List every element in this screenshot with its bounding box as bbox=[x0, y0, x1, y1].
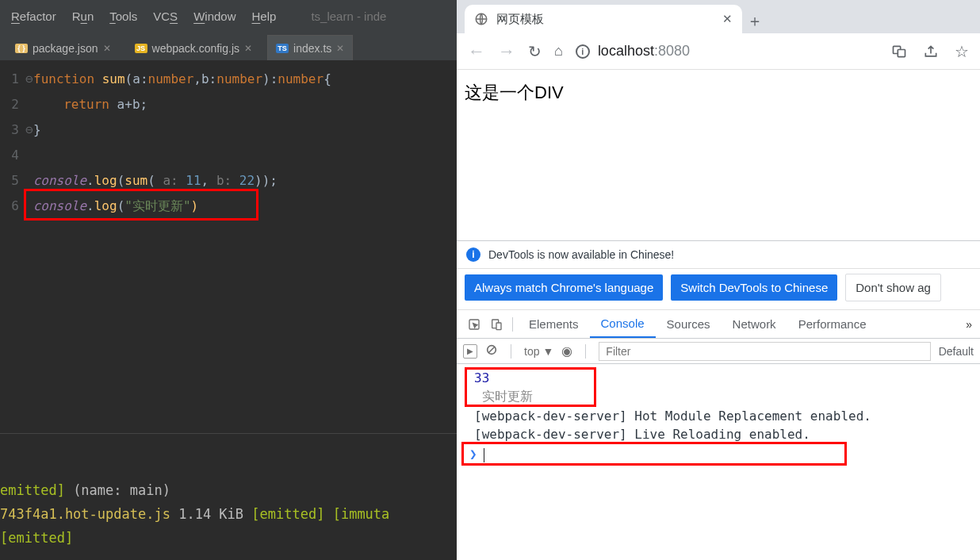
tab-label: webpack.config.js bbox=[152, 42, 240, 55]
browser-toolbar: ← → ↻ ⌂ i localhost:8080 ☆ bbox=[457, 33, 980, 70]
code-editor[interactable]: 123456 ⊖function sum(a:number,b:number):… bbox=[0, 60, 457, 433]
tabstrip: 网页模板 ✕ ＋ bbox=[457, 0, 980, 33]
menu-window[interactable]: Window bbox=[193, 10, 235, 23]
tab-title: 网页模板 bbox=[496, 12, 714, 27]
close-icon[interactable]: ✕ bbox=[336, 43, 344, 54]
menu-refactor[interactable]: Refactor bbox=[11, 10, 56, 23]
svg-rect-5 bbox=[496, 323, 501, 330]
browser-tab[interactable]: 网页模板 ✕ bbox=[465, 5, 742, 33]
console-row: 33 bbox=[466, 369, 975, 387]
code-body[interactable]: ⊖function sum(a:number,b:number):number{… bbox=[25, 60, 457, 433]
share-icon[interactable] bbox=[923, 44, 939, 59]
bookmark-star-icon[interactable]: ☆ bbox=[955, 42, 969, 61]
svg-rect-2 bbox=[898, 49, 905, 56]
url-text: localhost:8080 bbox=[598, 43, 690, 59]
back-button[interactable]: ← bbox=[468, 41, 485, 62]
menu-help[interactable]: Help bbox=[252, 10, 277, 23]
devtools-infobar-buttons: Always match Chrome's language Switch De… bbox=[457, 269, 980, 310]
console-row: [webpack-dev-server] Hot Module Replacem… bbox=[466, 407, 975, 425]
ide-terminal[interactable]: emitted] (name: main) 743f4a1.hot-update… bbox=[0, 433, 457, 560]
eye-icon[interactable]: ◉ bbox=[561, 343, 572, 359]
ide-menubar: Refactor Run Tools VCS Window Help ts_le… bbox=[0, 0, 457, 32]
reload-button[interactable]: ↻ bbox=[528, 42, 542, 61]
console-toolbar: ▶ top ▼ ◉ Default bbox=[457, 339, 980, 364]
console-prompt[interactable]: ❯ bbox=[466, 443, 975, 466]
close-icon[interactable]: ✕ bbox=[103, 43, 111, 54]
infobar-text: DevTools is now available in Chinese! bbox=[488, 248, 674, 261]
js-icon: JS bbox=[135, 44, 147, 53]
tab-webpack-config[interactable]: JS webpack.config.js ✕ bbox=[126, 35, 262, 60]
browser-chrome: 网页模板 ✕ ＋ ← → ↻ ⌂ i localhost:8080 ☆ bbox=[457, 0, 980, 70]
log-level-selector[interactable]: Default bbox=[939, 345, 974, 358]
tab-elements[interactable]: Elements bbox=[518, 311, 590, 337]
new-tab-button[interactable]: ＋ bbox=[742, 8, 768, 33]
devtools-tabs: Elements Console Sources Network Perform… bbox=[457, 310, 980, 339]
page-div-text: 这是一个DIV bbox=[465, 81, 972, 105]
console-row: 实时更新 bbox=[466, 387, 975, 407]
tab-sources[interactable]: Sources bbox=[656, 311, 722, 337]
device-toggle-icon[interactable] bbox=[485, 318, 507, 331]
console-filter-input[interactable] bbox=[599, 342, 930, 361]
console-play-icon[interactable]: ▶ bbox=[463, 344, 477, 359]
tab-performance[interactable]: Performance bbox=[787, 311, 878, 337]
tab-index-ts[interactable]: TS index.ts ✕ bbox=[267, 35, 353, 60]
home-button[interactable]: ⌂ bbox=[554, 43, 563, 59]
menu-run[interactable]: Run bbox=[72, 10, 94, 23]
tab-label: index.ts bbox=[293, 42, 331, 55]
menu-tools[interactable]: Tools bbox=[109, 10, 137, 23]
inspect-icon[interactable] bbox=[463, 318, 485, 331]
browser-window: 网页模板 ✕ ＋ ← → ↻ ⌂ i localhost:8080 ☆ bbox=[457, 0, 980, 560]
close-icon[interactable]: ✕ bbox=[722, 12, 733, 26]
menu-vcs[interactable]: VCS bbox=[153, 10, 178, 23]
address-bar[interactable]: i localhost:8080 bbox=[576, 43, 690, 59]
ide-editor-tabs: { } package.json ✕ JS webpack.config.js … bbox=[0, 32, 457, 60]
tab-network[interactable]: Network bbox=[722, 311, 787, 337]
console-output[interactable]: 33 实时更新 [webpack-dev-server] Hot Module … bbox=[457, 364, 980, 560]
translate-icon[interactable] bbox=[891, 44, 907, 59]
context-selector[interactable]: top ▼ bbox=[524, 345, 553, 358]
close-icon[interactable]: ✕ bbox=[244, 43, 252, 54]
devtools-panel: i DevTools is now available in Chinese! … bbox=[457, 240, 980, 560]
site-info-icon[interactable]: i bbox=[576, 44, 590, 59]
json-icon: { } bbox=[15, 44, 28, 53]
tab-console[interactable]: Console bbox=[590, 310, 656, 338]
clear-console-icon[interactable] bbox=[485, 343, 498, 359]
tabs-overflow-icon[interactable]: » bbox=[966, 318, 980, 331]
devtools-infobar: i DevTools is now available in Chinese! bbox=[457, 241, 980, 269]
console-row: [webpack-dev-server] Live Reloading enab… bbox=[466, 425, 975, 443]
page-content: 这是一个DIV bbox=[457, 70, 980, 240]
switch-chinese-button[interactable]: Switch DevTools to Chinese bbox=[671, 274, 837, 301]
ts-icon: TS bbox=[276, 44, 289, 53]
ide-window-title: ts_learn - inde bbox=[311, 10, 386, 23]
always-match-button[interactable]: Always match Chrome's language bbox=[465, 274, 663, 301]
tab-package-json[interactable]: { } package.json ✕ bbox=[6, 35, 120, 60]
dont-show-button[interactable]: Don't show ag bbox=[845, 274, 941, 301]
forward-button[interactable]: → bbox=[498, 41, 515, 62]
globe-icon bbox=[474, 12, 488, 26]
editor-gutter: 123456 bbox=[0, 60, 25, 433]
info-icon: i bbox=[466, 247, 480, 262]
ide-window: Refactor Run Tools VCS Window Help ts_le… bbox=[0, 0, 457, 560]
tab-label: package.json bbox=[33, 42, 98, 55]
